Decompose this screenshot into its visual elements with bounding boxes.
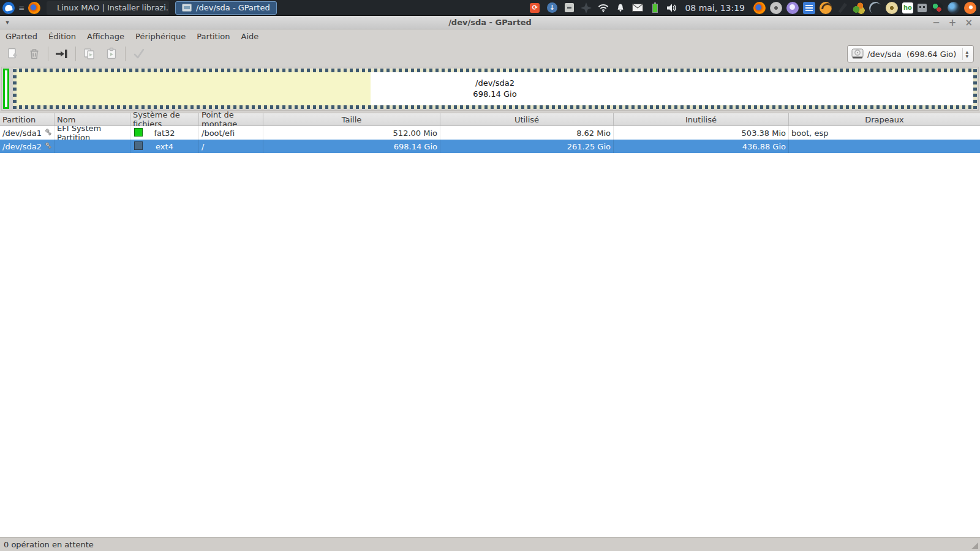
table-header: Partition Nom Système de fichiers Point … <box>0 113 980 126</box>
spin-down-icon[interactable]: ▼ <box>965 54 968 58</box>
spin-up-icon[interactable]: ▲ <box>965 50 968 54</box>
fs-color-swatch <box>134 141 143 150</box>
star-tray-icon[interactable] <box>581 2 592 13</box>
launcher-effects-icon[interactable] <box>853 2 865 14</box>
maximize-button[interactable]: + <box>949 17 957 28</box>
size-value: 698.14 Gio <box>263 140 440 153</box>
launcher-globe-icon[interactable] <box>948 2 960 14</box>
used-value: 8.62 Mio <box>440 126 614 140</box>
launcher-gold-disc-icon[interactable] <box>886 2 898 14</box>
paste-button[interactable] <box>100 45 123 63</box>
column-partition: Partition <box>0 113 55 126</box>
firefox-launcher-icon[interactable] <box>28 2 40 14</box>
table-row-sda1[interactable]: /dev/sda1 EFI System Partition fat32 /bo… <box>0 126 980 140</box>
taskbar-button-label: Linux MAO | Installer librazi... <box>57 3 169 12</box>
device-selector[interactable]: /dev/sda (698.64 Gio) ▲ ▼ <box>847 45 974 62</box>
resize-move-button[interactable] <box>51 45 73 63</box>
terminal-tray-icon[interactable] <box>564 2 575 13</box>
fs-name: ext4 <box>156 142 173 151</box>
column-taille: Taille <box>263 113 440 126</box>
launcher-audio-player-icon[interactable] <box>820 2 832 14</box>
menu-gparted[interactable]: GParted <box>0 31 43 42</box>
launcher-cd-icon[interactable] <box>770 2 782 14</box>
launcher-hydrogen-icon[interactable]: ho <box>902 2 913 13</box>
launcher-dark-disc-icon[interactable] <box>869 2 881 14</box>
minimize-button[interactable]: − <box>932 17 940 28</box>
column-drapeaux: Drapeaux <box>789 113 980 126</box>
partition-visual-sda2[interactable]: /dev/sda2 698.14 Gio <box>13 69 977 109</box>
fs-name: fat32 <box>154 129 175 138</box>
disk-visual-frame: /dev/sda2 698.14 Gio <box>1 67 979 111</box>
panel-clock[interactable]: 08 mai, 13:19 <box>685 3 745 13</box>
key-icon <box>43 142 51 151</box>
menu-affichage[interactable]: Affichage <box>81 31 130 42</box>
partition-visual-label: /dev/sda2 698.14 Gio <box>17 72 973 105</box>
taskbar-button-label: /dev/sda - GParted <box>196 3 270 12</box>
toolbar: /dev/sda (698.64 Gio) ▲ ▼ <box>0 43 980 65</box>
flags-value <box>789 140 980 153</box>
applications-menu-icon[interactable] <box>2 2 15 14</box>
partition-label <box>55 140 130 153</box>
mount-point: /boot/efi <box>199 126 263 140</box>
used-value: 261.25 Gio <box>440 140 614 153</box>
device-spinner[interactable]: ▲ ▼ <box>962 48 971 60</box>
menu-lines-icon[interactable]: ≡ <box>18 4 24 12</box>
battery-icon[interactable] <box>649 2 660 13</box>
window-titlebar[interactable]: ▾ /dev/sda - GParted − + × <box>0 16 980 29</box>
copy-button[interactable] <box>78 45 100 63</box>
partition-visual-name: /dev/sda2 <box>475 78 514 89</box>
size-value: 512.00 Mio <box>263 126 440 140</box>
partition-name: /dev/sda1 <box>2 129 42 138</box>
device-path: /dev/sda <box>867 50 902 59</box>
taskbar-button-gparted[interactable]: /dev/sda - GParted <box>175 1 277 15</box>
launcher-mixer-icon[interactable] <box>931 2 943 14</box>
partition-visual-sda1[interactable] <box>3 69 9 109</box>
screen: ≡ Linux MAO | Installer librazi... /dev/… <box>0 0 980 551</box>
table-row-sda2[interactable]: /dev/sda2 ext4 / 698.14 Gio 261.25 Gio 4… <box>0 140 980 153</box>
apply-check-icon <box>132 47 146 61</box>
wifi-icon[interactable] <box>598 2 609 13</box>
paste-icon <box>105 47 118 61</box>
menu-peripherique[interactable]: Périphérique <box>130 31 191 42</box>
menu-aide[interactable]: Aide <box>236 31 265 42</box>
partition-name: /dev/sda2 <box>2 142 42 151</box>
column-utilise: Utilisé <box>440 113 614 126</box>
notifications-bell-icon[interactable] <box>615 2 626 13</box>
hard-disk-icon <box>851 48 864 59</box>
new-partition-button[interactable] <box>1 45 23 63</box>
window-title: /dev/sda - GParted <box>0 18 980 27</box>
launcher-firefox-icon[interactable] <box>753 2 766 14</box>
volume-icon[interactable] <box>666 2 677 13</box>
launcher-document-icon[interactable] <box>803 2 815 14</box>
download-tray-icon[interactable]: ↓ <box>546 2 557 13</box>
system-tray: ⟳ ↓ <box>529 2 677 13</box>
update-tray-icon[interactable]: ⟳ <box>529 2 540 13</box>
menu-edition[interactable]: Édition <box>43 31 81 42</box>
selection-border-right <box>973 69 977 109</box>
mail-icon[interactable] <box>632 2 643 13</box>
trash-icon <box>28 47 41 61</box>
taskbar-button-firefox[interactable]: Linux MAO | Installer librazi... <box>47 1 169 15</box>
close-button[interactable]: × <box>965 17 973 28</box>
delete-partition-button[interactable] <box>23 45 45 63</box>
column-mountpoint: Point de montage <box>199 113 263 126</box>
statusbar: 0 opération en attente <box>0 537 980 551</box>
partition-table: Partition Nom Système de fichiers Point … <box>0 113 980 153</box>
launcher-purple-bird-icon[interactable] <box>786 2 799 14</box>
new-partition-icon <box>6 47 19 61</box>
launcher-blender-icon[interactable] <box>964 2 976 14</box>
menu-partition[interactable]: Partition <box>191 31 235 42</box>
launcher-quill-icon[interactable] <box>836 2 848 14</box>
menubar: GParted Édition Affichage Périphérique P… <box>0 29 980 43</box>
apply-operations-button[interactable] <box>128 45 150 63</box>
key-icon <box>43 129 51 137</box>
device-size: (698.64 Gio) <box>907 50 956 59</box>
desktop-panel: ≡ Linux MAO | Installer librazi... /dev/… <box>0 0 980 16</box>
fs-color-swatch <box>134 128 143 137</box>
table-empty-area <box>0 140 980 537</box>
launcher-robot-icon[interactable] <box>918 4 927 12</box>
copy-icon <box>83 47 96 61</box>
resize-move-icon <box>55 47 69 61</box>
gparted-icon <box>182 4 192 12</box>
resize-grip[interactable] <box>971 542 978 549</box>
